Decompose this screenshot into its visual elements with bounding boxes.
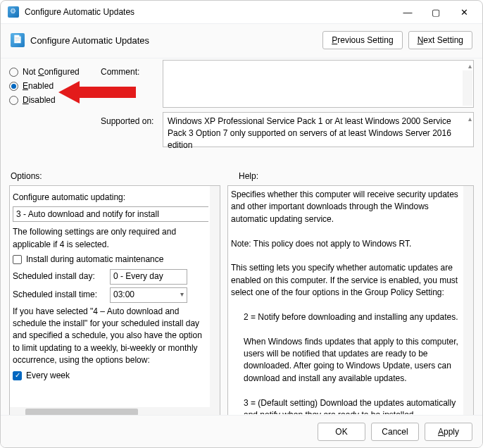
cancel-button[interactable]: Cancel	[371, 423, 419, 441]
schedule-paragraph: If you have selected "4 – Auto download …	[13, 306, 208, 367]
help-label: Help:	[229, 171, 258, 181]
radio-disabled[interactable]: Disabled	[9, 95, 101, 105]
radio-icon	[9, 68, 18, 77]
minimize-button[interactable]: —	[398, 4, 418, 20]
options-panel: Configure automatic updating: 3 - Auto d…	[9, 185, 220, 418]
scroll-up-icon: ▴	[468, 114, 472, 124]
help-text: 2 = Notify before downloading and instal…	[231, 311, 462, 323]
chevron-down-icon: ▾	[180, 290, 184, 300]
radio-icon	[9, 82, 18, 91]
app-icon	[8, 6, 19, 18]
install-time-select[interactable]: 03:00 ▾	[110, 287, 187, 303]
update-mode-select[interactable]: 3 - Auto download and notify for install	[13, 206, 208, 222]
next-setting-button[interactable]: Next Setting	[408, 31, 472, 49]
install-time-label: Scheduled install time:	[13, 289, 103, 301]
options-label: Options:	[11, 171, 229, 181]
policy-icon	[11, 33, 25, 47]
help-text: Note: This policy does not apply to Wind…	[231, 238, 462, 250]
window-title: Configure Automatic Updates	[25, 7, 134, 17]
install-day-label: Scheduled install day:	[13, 270, 103, 282]
previous-setting-button[interactable]: Previous Setting	[322, 31, 402, 49]
supported-on-text: Windows XP Professional Service Pack 1 o…	[163, 112, 474, 147]
radio-icon	[9, 96, 18, 105]
help-text: When Windows finds updates that apply to…	[231, 336, 462, 385]
scroll-up-icon: ▴	[468, 62, 472, 70]
install-maintenance-checkbox[interactable]: Install during automatic maintenance	[13, 254, 208, 266]
checkbox-icon	[13, 255, 22, 264]
page-title: Configure Automatic Updates	[30, 35, 149, 46]
options-vscrollbar[interactable]	[210, 186, 220, 407]
radio-not-configured[interactable]: Not Configured	[9, 67, 101, 77]
maximize-button[interactable]: ▢	[426, 4, 446, 20]
comment-label: Comment:	[101, 67, 163, 77]
supported-on-label: Supported on:	[101, 116, 163, 126]
help-panel: Specifies whether this computer will rec…	[227, 185, 474, 418]
configure-updating-label: Configure automatic updating:	[13, 192, 208, 204]
radio-enabled[interactable]: Enabled	[9, 81, 101, 91]
help-text: 3 = (Default setting) Download the updat…	[231, 397, 462, 414]
help-text: This setting lets you specify whether au…	[231, 262, 462, 299]
comment-textarea[interactable]: ▴	[163, 60, 474, 108]
ok-button[interactable]: OK	[318, 423, 365, 441]
apply-button[interactable]: Apply	[425, 423, 472, 441]
help-text: Specifies whether this computer will rec…	[231, 189, 462, 225]
options-note: The following settings are only required…	[13, 226, 208, 251]
checkbox-icon	[13, 371, 22, 380]
close-button[interactable]: ✕	[454, 4, 474, 20]
install-day-select[interactable]: 0 - Every day	[110, 269, 187, 285]
scrollbar[interactable]	[463, 70, 472, 106]
every-week-checkbox[interactable]: Every week	[13, 370, 208, 382]
help-vscrollbar[interactable]	[463, 186, 473, 417]
